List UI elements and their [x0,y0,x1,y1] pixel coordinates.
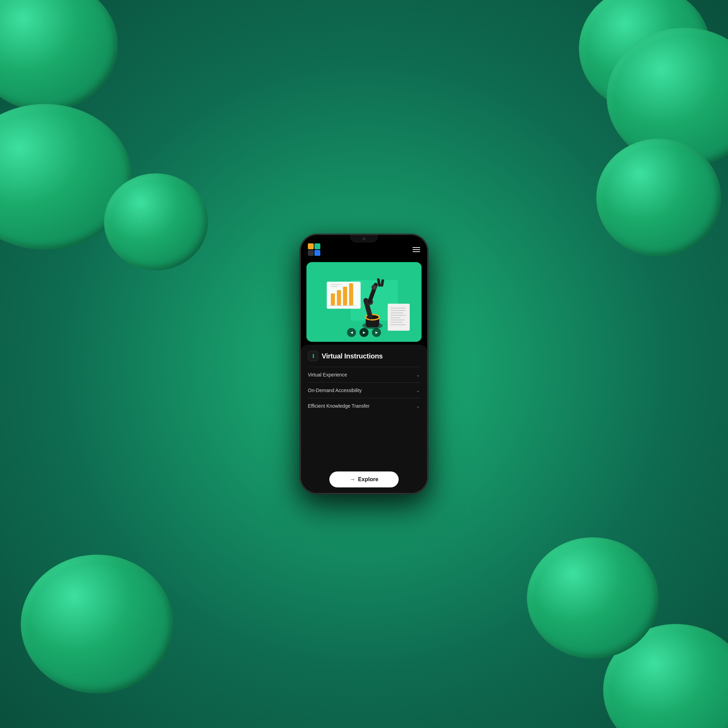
next-button[interactable]: ▶ [372,328,381,337]
phone-frame: ◀ ▶ ▶ ℹ Virtual Instructions [300,234,428,494]
svg-rect-4 [337,290,341,306]
prev-button[interactable]: ◀ [347,328,356,337]
svg-rect-6 [349,283,353,305]
phone: ◀ ▶ ▶ ℹ Virtual Instructions [300,234,428,494]
svg-rect-28 [390,320,405,320]
chevron-down-icon: ⌄ [416,403,420,409]
accordion-item-virtual-experience[interactable]: Virtual Experience ⌄ [308,367,420,382]
next-icon: ▶ [375,331,378,334]
phone-screen: ◀ ▶ ▶ ℹ Virtual Instructions [301,235,427,493]
svg-rect-26 [390,315,405,315]
explore-button[interactable]: → Explore [329,471,399,488]
svg-rect-5 [343,287,347,306]
arrow-icon: → [350,476,355,483]
bg-blob [0,0,118,111]
prev-icon: ◀ [350,331,353,334]
info-icon: ℹ [308,351,318,361]
hamburger-menu[interactable] [413,247,420,252]
svg-rect-22 [388,304,410,331]
svg-rect-9 [331,286,338,287]
chevron-down-icon: ⌄ [416,372,420,378]
content-area: ℹ Virtual Instructions Virtual Experienc… [301,344,427,467]
play-icon: ▶ [363,331,366,334]
accordion-label: Efficient Knowledge Transfer [308,403,370,409]
svg-point-19 [373,286,375,289]
hamburger-line [413,247,420,248]
svg-rect-25 [390,312,403,313]
hero-image: ◀ ▶ ▶ [306,262,422,342]
accordion-item-on-demand[interactable]: On-Demand Accessibility ⌄ [308,382,420,398]
section-title-row: ℹ Virtual Instructions [308,351,420,361]
svg-rect-3 [331,294,335,306]
player-controls: ◀ ▶ ▶ [347,328,381,337]
svg-rect-27 [390,317,401,318]
bg-blob [21,555,173,693]
bg-blob [527,537,659,659]
accordion-item-knowledge-transfer[interactable]: Efficient Knowledge Transfer ⌄ [308,398,420,414]
accordion-label: Virtual Experience [308,372,347,378]
logo-cell-blue [314,250,320,256]
svg-rect-23 [390,308,405,309]
logo-cell-dark [308,250,314,256]
svg-rect-8 [331,284,341,285]
accordion-label: On-Demand Accessibility [308,388,362,393]
svg-rect-24 [390,310,405,310]
bg-blob [104,173,208,271]
play-button[interactable]: ▶ [359,328,369,337]
cta-section: → Explore [301,467,427,493]
camera [362,237,366,240]
chevron-down-icon: ⌄ [416,388,420,393]
app-logo [308,243,320,256]
explore-label: Explore [358,476,379,483]
logo-cell-teal [314,243,320,249]
svg-rect-30 [390,324,405,325]
svg-rect-29 [390,322,402,323]
hamburger-line [413,249,420,250]
bg-blob [596,139,721,257]
logo-cell-orange [308,243,314,249]
phone-notch [350,235,378,243]
hamburger-line [413,251,420,252]
section-title: Virtual Instructions [322,352,383,360]
